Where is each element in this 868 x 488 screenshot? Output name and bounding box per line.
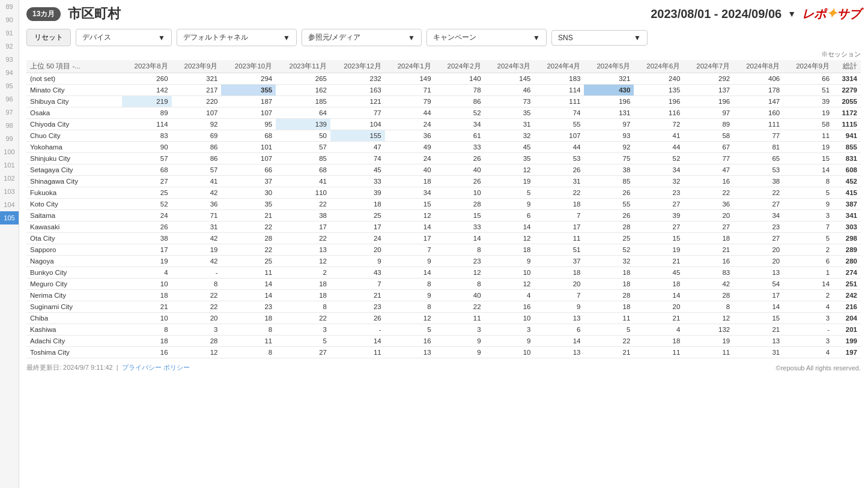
cell-5-1: 69	[172, 130, 222, 142]
city-name-10: Fukuoka	[26, 187, 122, 199]
cell-11-13: 9	[783, 199, 833, 210]
cell-22-2: 8	[221, 324, 276, 336]
cell-15-13: 2	[783, 244, 833, 256]
table-row: Shinjuku City578610785742426355375527765…	[26, 153, 861, 164]
data-table: 上位 50 項目 -...2023年8月2023年9月2023年10月2023年…	[26, 60, 861, 358]
cell-23-0: 18	[122, 336, 172, 347]
table-row: Osaka89107107647744523574131116971601911…	[26, 107, 861, 119]
cell-13-6: 33	[435, 221, 485, 233]
table-row: Chuo City8369685015536613210793415877119…	[26, 130, 861, 142]
cell-17-7: 10	[485, 267, 535, 279]
cell-0-9: 321	[584, 73, 634, 85]
col-header-11[interactable]: 2024年6月	[634, 60, 684, 73]
cell-24-6: 9	[435, 347, 485, 358]
cell-6-5: 49	[385, 142, 435, 153]
cell-0-6: 140	[435, 73, 485, 85]
cell-12-5: 12	[385, 210, 435, 221]
cell-7-13: 15	[783, 153, 833, 164]
cell-8-6: 40	[435, 164, 485, 176]
reset-button[interactable]: リセット	[26, 29, 71, 46]
cell-18-8: 20	[534, 279, 584, 290]
date-dropdown-arrow[interactable]: ▼	[788, 9, 796, 19]
cell-18-0: 10	[122, 279, 172, 290]
cell-21-3: 22	[276, 313, 330, 324]
header: 13カ月 市区町村 2023/08/01 - 2024/09/06 ▼ レポ✦サ…	[26, 5, 861, 23]
cell-0-3: 265	[276, 73, 330, 85]
cell-9-7: 19	[485, 176, 535, 187]
cell-6-13: 19	[783, 142, 833, 153]
col-header-3[interactable]: 2023年10月	[221, 60, 276, 73]
col-header-13[interactable]: 2024年8月	[733, 60, 783, 73]
campaign-filter[interactable]: キャンペーン ▼	[426, 29, 547, 46]
data-table-container: 上位 50 項目 -...2023年8月2023年9月2023年10月2023年…	[26, 60, 861, 358]
cell-17-10: 45	[634, 267, 684, 279]
cell-10-5: 34	[385, 187, 435, 199]
col-header-2[interactable]: 2023年9月	[172, 60, 222, 73]
cell-1-11: 137	[684, 85, 733, 96]
table-row: (not set)2603212942652321491401451833212…	[26, 73, 861, 85]
cell-9-4: 33	[330, 176, 385, 187]
col-header-10[interactable]: 2024年5月	[584, 60, 634, 73]
cell-9-14: 452	[833, 176, 861, 187]
col-header-7[interactable]: 2024年2月	[435, 60, 485, 73]
header-right: 2023/08/01 - 2024/09/06 ▼ レポ✦サブ	[651, 6, 861, 22]
cell-3-9: 131	[584, 107, 634, 119]
cell-3-11: 97	[684, 107, 733, 119]
cell-18-9: 18	[584, 279, 634, 290]
cell-22-10: 4	[634, 324, 684, 336]
privacy-policy-link[interactable]: プライバシー ポリシー	[122, 364, 190, 371]
channel-filter[interactable]: デフォルトチャネル ▼	[177, 29, 297, 46]
city-name-11: Koto City	[26, 199, 122, 210]
cell-24-5: 13	[385, 347, 435, 358]
cell-15-10: 19	[634, 244, 684, 256]
col-header-5[interactable]: 2023年12月	[330, 60, 385, 73]
sns-dropdown-icon: ▼	[634, 34, 641, 42]
col-header-4[interactable]: 2023年11月	[276, 60, 330, 73]
referral-filter[interactable]: 参照元/メディア ▼	[302, 29, 422, 46]
cell-17-8: 18	[534, 267, 584, 279]
cell-18-7: 12	[485, 279, 535, 290]
cell-23-9: 22	[584, 336, 634, 347]
cell-7-8: 53	[534, 153, 584, 164]
col-header-15[interactable]: 総計	[833, 60, 861, 73]
cell-11-1: 36	[172, 199, 222, 210]
cell-24-10: 11	[634, 347, 684, 358]
cell-6-1: 86	[172, 142, 222, 153]
cell-12-13: 3	[783, 210, 833, 221]
col-header-0[interactable]: 上位 50 項目 -...	[26, 60, 122, 73]
cell-13-0: 26	[122, 221, 172, 233]
sns-filter[interactable]: SNS ▼	[551, 30, 648, 46]
cell-4-0: 114	[122, 119, 172, 130]
col-header-8[interactable]: 2024年3月	[485, 60, 535, 73]
channel-dropdown-icon: ▼	[283, 34, 290, 42]
cell-7-1: 86	[172, 153, 222, 164]
campaign-dropdown-icon: ▼	[533, 34, 540, 42]
device-filter[interactable]: デバイス ▼	[76, 29, 172, 46]
referral-dropdown-icon: ▼	[408, 34, 415, 42]
col-header-9[interactable]: 2024年4月	[534, 60, 584, 73]
cell-10-3: 110	[276, 187, 330, 199]
cell-6-4: 47	[330, 142, 385, 153]
cell-22-3: 3	[276, 324, 330, 336]
cell-24-2: 8	[221, 347, 276, 358]
cell-18-2: 14	[221, 279, 276, 290]
cell-12-3: 38	[276, 210, 330, 221]
line-number-98: 98	[0, 119, 19, 132]
cell-23-13: 3	[783, 336, 833, 347]
cell-7-3: 85	[276, 153, 330, 164]
cell-22-13: -	[783, 324, 833, 336]
cell-6-11: 67	[684, 142, 733, 153]
cell-5-10: 41	[634, 130, 684, 142]
cell-11-8: 18	[534, 199, 584, 210]
col-header-14[interactable]: 2024年9月	[783, 60, 833, 73]
col-header-1[interactable]: 2023年8月	[122, 60, 172, 73]
cell-1-6: 78	[435, 85, 485, 96]
cell-13-14: 303	[833, 221, 861, 233]
col-header-6[interactable]: 2024年1月	[385, 60, 435, 73]
cell-18-5: 8	[385, 279, 435, 290]
cell-1-2: 355	[221, 85, 276, 96]
col-header-12[interactable]: 2024年7月	[684, 60, 733, 73]
cell-23-10: 18	[634, 336, 684, 347]
cell-5-13: 11	[783, 130, 833, 142]
cell-24-3: 27	[276, 347, 330, 358]
